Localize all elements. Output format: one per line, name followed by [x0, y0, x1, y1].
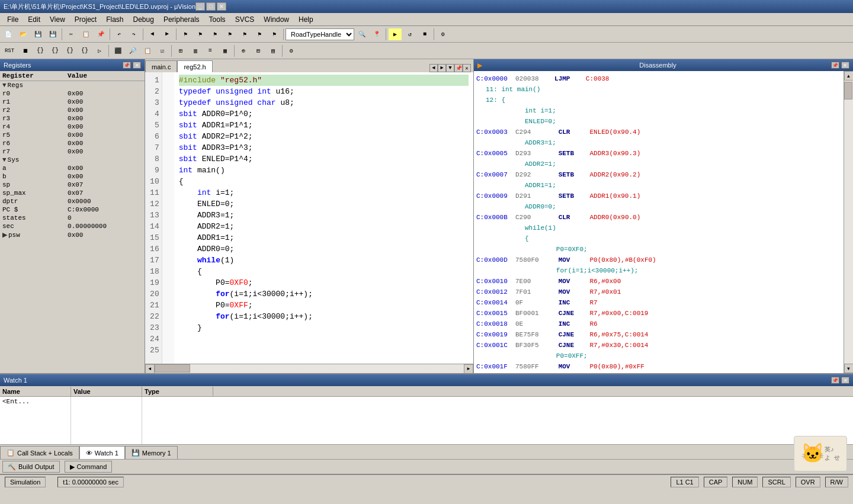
code-editor[interactable]: 12345 678910 1112131415 1617181920 21222… — [145, 72, 473, 364]
tb-open[interactable]: 📂 — [16, 28, 30, 41]
menu-flash[interactable]: Flash — [101, 14, 128, 25]
disasm-pin-btn[interactable]: 📌 — [831, 62, 839, 69]
disasm-close-btn[interactable]: ✕ — [841, 62, 849, 69]
tb-bk6[interactable]: ⚑ — [252, 28, 267, 41]
tb2-t3[interactable]: 📋 — [140, 44, 155, 57]
tb-undo[interactable]: ↶ — [112, 28, 126, 41]
watch-close-btn[interactable]: ✕ — [841, 377, 849, 384]
watch-controls[interactable]: 📌 ✕ — [831, 377, 849, 384]
tb-bk5[interactable]: ⚑ — [238, 28, 252, 41]
tb-bk4[interactable]: ⚑ — [223, 28, 237, 41]
tb2-t6[interactable]: ≡ — [203, 44, 217, 57]
regs-expand[interactable]: ▼ — [2, 82, 7, 89]
tb-save-all[interactable]: 💾 — [46, 28, 60, 41]
tb2-rst[interactable]: RST — [1, 44, 18, 57]
menu-file[interactable]: File — [2, 14, 23, 25]
tab-controls[interactable]: ◄ ► ▼ 📌 ✕ — [429, 64, 473, 72]
tab-dropdown[interactable]: ▼ — [446, 64, 454, 72]
disasm-header-controls[interactable]: 📌 ✕ — [831, 62, 849, 69]
menu-window[interactable]: Window — [259, 14, 294, 25]
watch-pin-btn[interactable]: 📌 — [831, 377, 839, 384]
tab-scroll-right[interactable]: ► — [438, 64, 446, 72]
tb-save[interactable]: 💾 — [31, 28, 45, 41]
disasm-scroll-down[interactable]: ▼ — [844, 364, 854, 373]
table-row: sp_max0x07 — [0, 189, 145, 197]
menu-project[interactable]: Project — [70, 14, 101, 25]
tb-road2[interactable]: 📍 — [370, 28, 384, 41]
tb2-grid[interactable]: ⊞ — [174, 44, 188, 57]
tb-debug-reset[interactable]: ↺ — [403, 28, 417, 41]
tb2-t10[interactable]: ▤ — [266, 44, 280, 57]
tb-bk7[interactable]: ⚑ — [267, 28, 281, 41]
tb-nav-fwd[interactable]: ► — [160, 28, 174, 41]
build-output-button[interactable]: 🔨 Build Output — [2, 461, 60, 473]
tb2-t7[interactable]: ▦ — [218, 44, 232, 57]
disasm-vscroll[interactable]: ▲ ▼ — [844, 71, 853, 373]
tab-memory-1[interactable]: 💾 Memory 1 — [125, 446, 178, 459]
road-type-combo[interactable]: RoadTypeHandle — [286, 28, 354, 40]
tb-redo[interactable]: ↷ — [127, 28, 141, 41]
menu-tools[interactable]: Tools — [204, 14, 230, 25]
tb-bk3[interactable]: ⚑ — [208, 28, 222, 41]
panel-header-controls[interactable]: 📌 ✕ — [123, 62, 141, 69]
tab-watch-1[interactable]: 👁 Watch 1 — [79, 446, 125, 459]
menu-svcs[interactable]: SVCS — [230, 14, 259, 25]
tb2-braces4[interactable]: {} — [78, 44, 92, 57]
code-content[interactable]: #include "reg52.h" typedef unsigned int … — [174, 72, 473, 364]
disasm-scroll-up[interactable]: ▲ — [844, 71, 854, 81]
disasm-scroll-thumb[interactable] — [844, 82, 852, 99]
tb-bk2[interactable]: ⚑ — [193, 28, 207, 41]
code-hscroll[interactable]: ◄ ► — [145, 364, 473, 373]
tb2-t11[interactable]: ⚙ — [284, 44, 299, 57]
disasm-scroll-track[interactable] — [844, 81, 853, 364]
maximize-button[interactable]: □ — [206, 2, 216, 11]
tb-settings[interactable]: ⚙ — [436, 28, 450, 41]
watch-entry-name[interactable]: <Ent... — [0, 397, 71, 444]
tab-pin[interactable]: 📌 — [454, 64, 463, 72]
menu-edit[interactable]: Edit — [23, 14, 45, 25]
hscroll-track[interactable] — [155, 364, 464, 373]
tb-copy[interactable]: 📋 — [79, 28, 93, 41]
tb2-braces1[interactable]: {} — [33, 44, 47, 57]
tab-close[interactable]: ✕ — [463, 64, 471, 72]
tab-call-stack[interactable]: 📋 Call Stack + Locals — [0, 446, 79, 459]
close-button[interactable]: ✕ — [217, 2, 226, 11]
tb-bk1[interactable]: ⚑ — [178, 28, 193, 41]
tb2-halt[interactable]: ⏹ — [18, 44, 33, 57]
tb-new[interactable]: 📄 — [1, 28, 15, 41]
tb-debug-run[interactable]: ▶ — [388, 28, 402, 41]
tb-debug-stop[interactable]: ■ — [418, 28, 432, 41]
tb2-arrow[interactable]: ▷ — [92, 44, 107, 57]
tb-paste[interactable]: 📌 — [94, 28, 108, 41]
hscroll-thumb[interactable] — [155, 364, 190, 373]
sys-expand[interactable]: ▼ — [2, 156, 7, 163]
menu-help[interactable]: Help — [294, 14, 318, 25]
disasm-content[interactable]: C:0x0000 020038 LJMP C:0038 11: int main… — [474, 71, 844, 373]
tb2-t4[interactable]: ☑ — [155, 44, 169, 57]
minimize-button[interactable]: _ — [195, 2, 205, 11]
hscroll-left[interactable]: ◄ — [145, 364, 155, 374]
tb-cut[interactable]: ✂ — [64, 28, 78, 41]
tb2-t8[interactable]: ⊕ — [236, 44, 251, 57]
tb2-t9[interactable]: ⊞ — [251, 44, 265, 57]
menu-peripherals[interactable]: Peripherals — [159, 14, 204, 25]
tb2-t2[interactable]: 🔎 — [126, 44, 140, 57]
psw-expand[interactable]: ▶ — [2, 232, 7, 239]
tb2-t5[interactable]: ▥ — [188, 44, 203, 57]
tb2-braces3[interactable]: {} — [63, 44, 77, 57]
code-line-2: typedef unsigned int u16; — [179, 86, 469, 97]
tab-scroll-left[interactable]: ◄ — [429, 64, 438, 72]
tab-reg52-h[interactable]: reg52.h — [177, 60, 212, 72]
window-controls[interactable]: _ □ ✕ — [195, 2, 226, 11]
command-button[interactable]: ▶ Command — [65, 461, 113, 473]
hscroll-right[interactable]: ► — [464, 364, 473, 374]
tab-main-c[interactable]: main.c — [145, 60, 177, 72]
tb-nav-back[interactable]: ◄ — [145, 28, 159, 41]
panel-pin-btn[interactable]: 📌 — [123, 62, 131, 69]
menu-debug[interactable]: Debug — [129, 14, 159, 25]
tb2-braces2[interactable]: {} — [48, 44, 62, 57]
panel-close-btn[interactable]: ✕ — [133, 62, 141, 69]
tb2-t1[interactable]: ⬛ — [111, 44, 125, 57]
tb-road1[interactable]: 🔍 — [355, 28, 369, 41]
menu-view[interactable]: View — [45, 14, 70, 25]
